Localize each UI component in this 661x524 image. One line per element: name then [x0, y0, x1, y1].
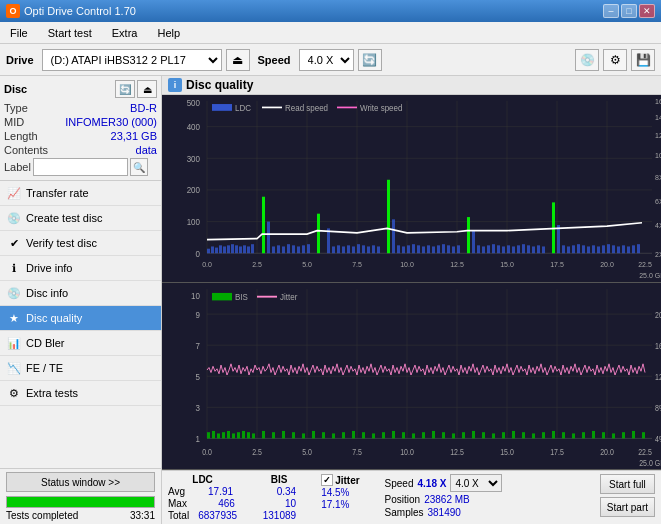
sidebar-item-cd-bler[interactable]: 📊 CD Bler [0, 331, 161, 356]
maximize-button[interactable]: □ [621, 4, 637, 18]
speed-stat-label: Speed [385, 478, 414, 489]
svg-rect-102 [532, 246, 535, 253]
sidebar-item-disc-info[interactable]: 💿 Disc info [0, 281, 161, 306]
svg-rect-50 [247, 246, 250, 253]
samples-label: Samples [385, 507, 424, 518]
sidebar-item-extra-tests[interactable]: ⚙ Extra tests [0, 381, 161, 406]
disc-button[interactable]: 💿 [575, 49, 599, 71]
drive-label: Drive [6, 54, 34, 66]
eject-button[interactable]: ⏏ [226, 49, 250, 71]
svg-text:Jitter: Jitter [280, 291, 297, 302]
bis-total-value: 131089 [262, 510, 296, 521]
svg-rect-203 [532, 433, 535, 438]
chart-header-title: Disc quality [186, 78, 253, 92]
svg-rect-40 [207, 249, 210, 254]
disc-title: Disc [4, 83, 27, 95]
disc-eject-icon[interactable]: ⏏ [137, 80, 157, 98]
avg-label: Avg [168, 486, 185, 497]
settings-button[interactable]: ⚙ [603, 49, 627, 71]
svg-rect-192 [422, 432, 425, 438]
sidebar-item-verify-test-disc[interactable]: ✔ Verify test disc [0, 231, 161, 256]
fe-te-icon: 📉 [6, 360, 22, 376]
bis-header: BIS [262, 474, 296, 485]
svg-rect-85 [442, 244, 445, 253]
jitter-checkbox[interactable]: ✓ [321, 474, 333, 486]
svg-rect-104 [542, 246, 545, 253]
title-bar: O Opti Drive Control 1.70 – □ ✕ [0, 0, 661, 22]
save-button[interactable]: 💾 [631, 49, 655, 71]
svg-text:5.0: 5.0 [302, 446, 312, 456]
status-text: Tests completed [6, 510, 78, 521]
svg-rect-180 [302, 433, 305, 438]
menu-file[interactable]: File [4, 25, 34, 41]
start-part-button[interactable]: Start part [600, 497, 655, 517]
progress-bar [6, 496, 155, 508]
svg-rect-95 [497, 245, 500, 253]
svg-rect-174 [247, 432, 250, 438]
svg-rect-87 [452, 246, 455, 253]
progress-bar-fill [7, 497, 154, 507]
speed-select[interactable]: 4.0 X [299, 49, 354, 71]
label-search-icon[interactable]: 🔍 [130, 158, 148, 176]
close-button[interactable]: ✕ [639, 4, 655, 18]
svg-rect-89 [467, 217, 470, 253]
max-label: Max [168, 498, 187, 509]
svg-rect-108 [567, 246, 570, 253]
sidebar: Disc 🔄 ⏏ Type BD-R MID INFOMER30 (000) L… [0, 76, 162, 524]
svg-rect-82 [427, 245, 430, 253]
drive-select[interactable]: (D:) ATAPI iHBS312 2 PL17 [42, 49, 222, 71]
sidebar-item-drive-info[interactable]: ℹ Drive info [0, 256, 161, 281]
svg-rect-48 [239, 246, 242, 253]
minimize-button[interactable]: – [603, 4, 619, 18]
sidebar-item-fe-te[interactable]: 📉 FE / TE [0, 356, 161, 381]
disc-refresh-icon[interactable]: 🔄 [115, 80, 135, 98]
refresh-button[interactable]: 🔄 [358, 49, 382, 71]
start-full-button[interactable]: Start full [600, 474, 655, 494]
speed-stat-select[interactable]: 4.0 X [450, 474, 502, 492]
svg-text:4%: 4% [655, 434, 661, 444]
menu-help[interactable]: Help [151, 25, 186, 41]
svg-text:100: 100 [187, 217, 201, 228]
svg-rect-211 [612, 433, 615, 438]
menu-start-test[interactable]: Start test [42, 25, 98, 41]
stats-bar: LDC Avg 17.91 Max 466 Total 6837935 [162, 470, 661, 524]
sidebar-item-transfer-rate[interactable]: 📈 Transfer rate [0, 181, 161, 206]
disc-type-row: Type BD-R [4, 102, 157, 114]
svg-rect-204 [542, 432, 545, 438]
disc-quality-icon: ★ [6, 310, 22, 326]
svg-text:16%: 16% [655, 341, 661, 351]
nav-label-fe-te: FE / TE [26, 362, 63, 374]
svg-rect-113 [592, 245, 595, 253]
bis-max-row: 10 [262, 498, 296, 509]
disc-contents-row: Contents data [4, 144, 157, 156]
svg-rect-179 [292, 432, 295, 438]
svg-rect-190 [402, 432, 405, 438]
svg-rect-47 [235, 245, 238, 253]
label-input[interactable] [33, 158, 128, 176]
svg-rect-53 [267, 222, 270, 254]
ldc-max-value: 466 [191, 498, 235, 509]
svg-text:15.0: 15.0 [500, 259, 514, 269]
svg-text:4X: 4X [655, 221, 661, 231]
ldc-avg-row: Avg 17.91 [168, 486, 237, 497]
svg-rect-83 [432, 246, 435, 253]
svg-rect-69 [357, 244, 360, 253]
svg-text:0.0: 0.0 [202, 259, 212, 269]
jitter-header: ✓ Jitter [321, 474, 359, 486]
sidebar-item-disc-quality[interactable]: ★ Disc quality [0, 306, 161, 331]
svg-text:Write speed: Write speed [360, 102, 403, 113]
svg-rect-54 [272, 246, 275, 253]
status-window-button[interactable]: Status window >> [6, 472, 155, 492]
svg-text:0: 0 [196, 248, 201, 259]
svg-rect-109 [572, 245, 575, 253]
svg-text:12%: 12% [655, 372, 661, 382]
svg-rect-91 [477, 245, 480, 253]
svg-rect-59 [297, 246, 300, 253]
menu-extra[interactable]: Extra [106, 25, 144, 41]
svg-text:5.0: 5.0 [302, 259, 312, 269]
sidebar-item-create-test-disc[interactable]: 💿 Create test disc [0, 206, 161, 231]
nav-label-disc-info: Disc info [26, 287, 68, 299]
svg-rect-170 [227, 430, 230, 437]
svg-rect-101 [527, 245, 530, 253]
svg-rect-106 [557, 225, 560, 253]
